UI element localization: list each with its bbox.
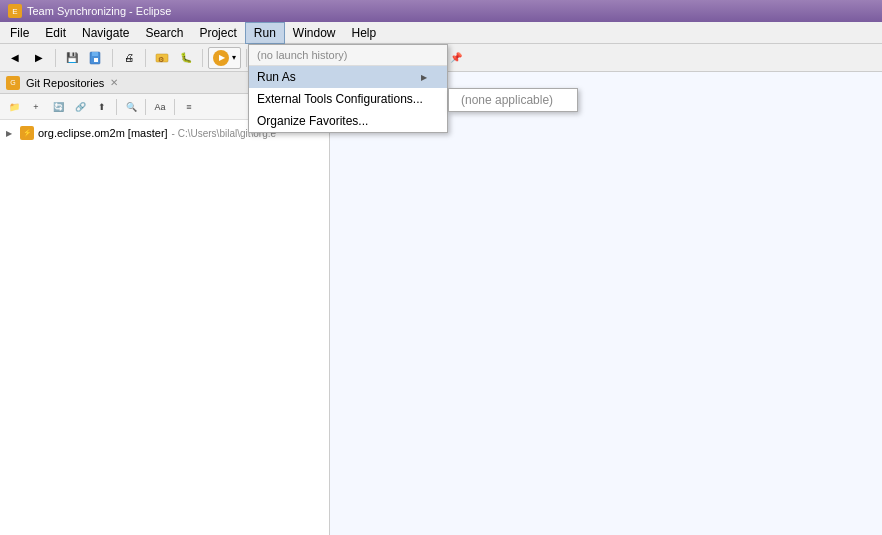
debug-button[interactable]: 🐛 [175,47,197,69]
toolbar-sep-2 [112,49,113,67]
git-repositories-panel: G Git Repositories ✕ — □ 📁 + 🔄 🔗 ⬆ 🔍 Aa … [0,72,330,535]
svg-rect-2 [94,58,98,62]
print-button[interactable]: 🖨 [118,47,140,69]
git-panel-icon: G [6,76,20,90]
panel-toolbar-btn-7[interactable]: Aa [150,97,170,117]
marker-button[interactable]: 📌 [445,47,467,69]
menu-run[interactable]: Run [245,22,285,44]
panel-toolbar-btn-4[interactable]: 🔗 [70,97,90,117]
panel-toolbar-sep-2 [145,99,146,115]
window-title: Team Synchronizing - Eclipse [27,5,171,17]
save-button[interactable]: 💾 [61,47,83,69]
dropdown-menu: (no launch history) Run As ▶ (none appli… [248,44,448,133]
panel-toolbar-btn-1[interactable]: 📁 [4,97,24,117]
panel-toolbar-sep-1 [116,99,117,115]
svg-text:⚙: ⚙ [158,56,164,63]
ext-tools-config-item[interactable]: External Tools Configurations... [249,88,447,110]
panel-toolbar-btn-5[interactable]: ⬆ [92,97,112,117]
organize-favorites-item[interactable]: Organize Favorites... [249,110,447,132]
run-as-submenu-arrow: ▶ [421,73,427,82]
menu-file[interactable]: File [2,22,37,44]
run-as-submenu: (none applicable) [448,88,578,112]
run-button[interactable]: ▾ [208,47,241,69]
none-applicable-item[interactable]: (none applicable) [449,89,577,111]
menu-search[interactable]: Search [137,22,191,44]
toolbar-sep-4 [202,49,203,67]
panel-header-left: G Git Repositories ✕ [6,76,118,90]
tree-arrow: ▶ [6,129,16,138]
menu-project[interactable]: Project [191,22,244,44]
eclipse-icon: E [8,4,22,18]
menu-bar: File Edit Navigate Search Project Run Wi… [0,22,882,44]
tree-area: ▶ ⚡ org.eclipse.om2m [master] - C:\Users… [0,120,329,535]
run-as-label: Run As [257,70,296,84]
run-icon [213,50,229,66]
git-panel-title: Git Repositories [26,77,104,89]
menu-edit[interactable]: Edit [37,22,74,44]
main-area: G Git Repositories ✕ — □ 📁 + 🔄 🔗 ⬆ 🔍 Aa … [0,72,882,535]
menu-navigate[interactable]: Navigate [74,22,137,44]
panel-toolbar-btn-2[interactable]: + [26,97,46,117]
title-bar: E Team Synchronizing - Eclipse [0,0,882,22]
organize-favorites-label: Organize Favorites... [257,114,368,128]
panel-toolbar-btn-6[interactable]: 🔍 [121,97,141,117]
panel-tab-close-x: ✕ [110,77,118,88]
back-button[interactable]: ◀ [4,47,26,69]
build-button[interactable]: ⚙ [151,47,173,69]
tree-item-label: org.eclipse.om2m [master] [38,127,168,139]
svg-rect-1 [92,52,98,56]
panel-toolbar-btn-3[interactable]: 🔄 [48,97,68,117]
run-as-item[interactable]: Run As ▶ (none applicable) [249,66,447,88]
right-panel [330,72,882,535]
forward-button[interactable]: ▶ [28,47,50,69]
panel-toolbar-sep-3 [174,99,175,115]
menu-help[interactable]: Help [344,22,385,44]
toolbar-sep-5 [246,49,247,67]
menu-window[interactable]: Window [285,22,344,44]
panel-collapse-button[interactable]: ≡ [179,97,199,117]
save-all-button[interactable] [85,47,107,69]
run-dropdown-arrow[interactable]: ▾ [232,53,236,62]
tree-item-icon: ⚡ [20,126,34,140]
ext-tools-config-label: External Tools Configurations... [257,92,423,106]
toolbar-sep-1 [55,49,56,67]
no-history-label: (no launch history) [249,45,447,66]
toolbar-sep-3 [145,49,146,67]
external-tools-menu: (no launch history) Run As ▶ (none appli… [248,44,448,133]
